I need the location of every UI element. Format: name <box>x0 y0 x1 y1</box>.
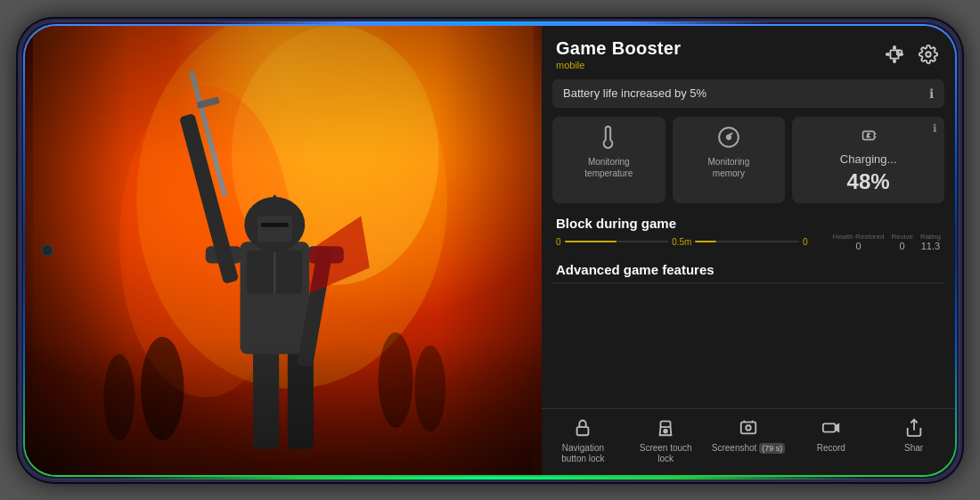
battery-bar: Battery life increased by 5% ℹ <box>552 79 944 108</box>
screenshot-icon <box>739 418 758 440</box>
stats-row: 0 0.5m 0 Health Restored 0 <box>542 233 955 255</box>
charging-text: Charging... <box>840 152 897 166</box>
share-label: Shar <box>904 443 923 454</box>
record-label: Record <box>817 443 845 454</box>
stat-value-health: 0 <box>855 241 861 251</box>
svg-rect-35 <box>741 422 756 433</box>
stat-value-rating: 11.3 <box>921 241 940 251</box>
advanced-features-header: Advanced game features <box>542 255 955 279</box>
svg-point-24 <box>926 52 931 57</box>
touch-lock-icon <box>656 418 675 440</box>
battery-info-icon[interactable]: ℹ <box>929 86 934 101</box>
monitor-memory-card[interactable]: Monitoringmemory <box>673 117 786 203</box>
thermometer-icon <box>597 126 620 152</box>
svg-rect-37 <box>823 423 836 431</box>
game-screenshot-area <box>25 26 542 475</box>
panel-header: Game Booster mobile <box>542 26 955 76</box>
nav-lock-button[interactable]: Navigationbutton lock <box>542 414 625 468</box>
record-button[interactable]: Record <box>789 414 872 468</box>
screenshot-badge: (79 s) <box>759 443 785 455</box>
charging-info-icon[interactable]: ℹ <box>933 122 937 135</box>
panel-title: Game Booster <box>556 38 681 59</box>
monitor-memory-label: Monitoringmemory <box>708 156 750 179</box>
front-camera <box>41 244 53 257</box>
screenshot-label: Screenshot (79 s) <box>712 443 785 455</box>
block-during-game-header: Block during game <box>542 209 955 233</box>
svg-rect-33 <box>577 427 589 435</box>
game-booster-panel: Game Booster mobile <box>542 26 955 475</box>
record-icon <box>821 418 841 440</box>
stat-value-revive: 0 <box>900 241 905 251</box>
monitor-row: Monitoringtemperature Monitoringmemory ℹ <box>542 111 955 209</box>
monitor-temp-card[interactable]: Monitoringtemperature <box>552 117 666 203</box>
puzzle-icon[interactable] <box>882 42 907 67</box>
share-icon <box>904 418 924 440</box>
svg-point-26 <box>727 135 731 138</box>
touch-lock-button[interactable]: Screen touchlock <box>625 414 707 468</box>
battery-text: Battery life increased by 5% <box>563 86 706 100</box>
bottom-toolbar: Navigationbutton lock Screen touchlock <box>542 408 955 475</box>
stat-header-rating: Rating <box>920 233 941 241</box>
touch-lock-label: Screen touchlock <box>640 443 692 464</box>
settings-icon[interactable] <box>916 42 941 67</box>
monitor-temp-label: Monitoringtemperature <box>584 156 633 179</box>
panel-subtitle: mobile <box>556 60 681 70</box>
svg-point-34 <box>664 429 667 432</box>
nav-lock-label: Navigationbutton lock <box>561 443 604 464</box>
svg-point-36 <box>746 425 751 430</box>
memory-icon <box>717 126 740 152</box>
stat-header-revive: Revive <box>891 233 912 241</box>
stat-header-health: Health Restored <box>833 233 885 241</box>
share-button[interactable]: Shar <box>872 414 955 468</box>
screenshot-button[interactable]: Screenshot (79 s) <box>707 414 790 468</box>
lock-icon <box>573 418 592 440</box>
divider <box>552 283 944 283</box>
charging-card[interactable]: ℹ Charging... 48% <box>792 117 944 203</box>
charging-percent: 48% <box>847 169 890 194</box>
charging-icon <box>859 126 878 149</box>
